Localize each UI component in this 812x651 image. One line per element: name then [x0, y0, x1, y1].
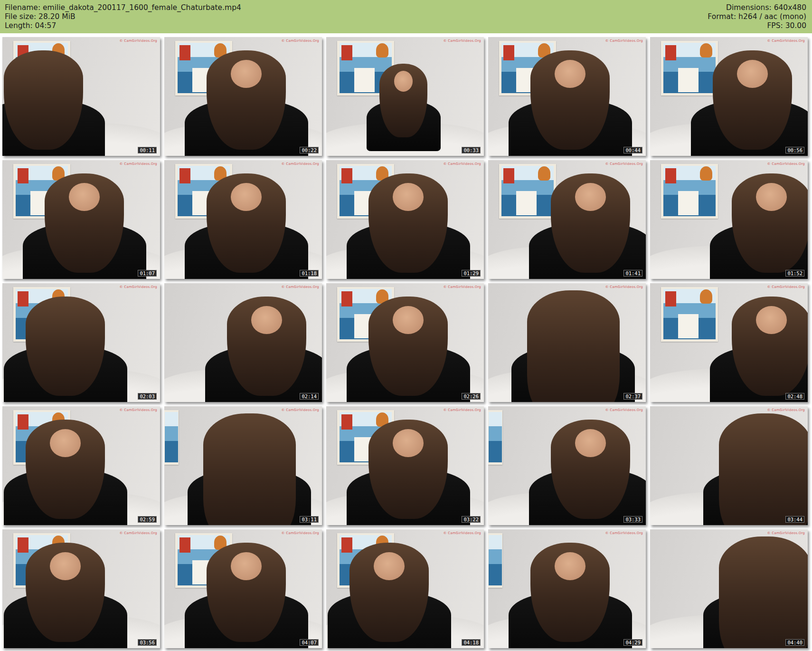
video-thumbnail: © CamGirlVideos.Org 00:11 — [2, 37, 160, 156]
thumbnail-image — [2, 160, 160, 279]
timestamp-badge: 00:22 — [300, 147, 319, 153]
thumbnail-image — [2, 406, 160, 525]
metadata-header: Filename: emilie_dakota_200117_1600_fema… — [0, 0, 812, 33]
video-thumbnail: © CamGirlVideos.Org 04:07 — [164, 529, 322, 648]
watermark-text: © CamGirlVideos.Org — [767, 39, 805, 43]
thumbnail-image — [164, 529, 322, 648]
face-shape — [555, 552, 585, 580]
video-thumbnail: © CamGirlVideos.Org 03:22 — [326, 406, 484, 525]
hair-shape — [26, 297, 105, 396]
face-shape — [394, 71, 413, 92]
thumbnail-image — [2, 529, 160, 648]
watermark-text: © CamGirlVideos.Org — [444, 531, 481, 535]
watermark-text: © CamGirlVideos.Org — [282, 162, 319, 166]
thumbnail-image — [326, 37, 484, 156]
watermark-text: © CamGirlVideos.Org — [120, 162, 157, 166]
watermark-text: © CamGirlVideos.Org — [444, 162, 481, 166]
timestamp-badge: 01:52 — [785, 270, 804, 277]
video-thumbnail: © CamGirlVideos.Org 02:03 — [2, 283, 160, 402]
watermark-text: © CamGirlVideos.Org — [605, 531, 643, 535]
person-silhouette — [212, 293, 322, 402]
face-shape — [575, 429, 606, 457]
watermark-text: © CamGirlVideos.Org — [605, 285, 643, 289]
video-thumbnail: © CamGirlVideos.Org 02:37 — [488, 283, 646, 402]
video-thumbnail: © CamGirlVideos.Org 02:14 — [164, 283, 322, 402]
face-shape — [756, 183, 787, 211]
person-silhouette — [698, 47, 808, 156]
filename-text: Filename: emilie_dakota_200117_1600_fema… — [5, 3, 241, 12]
thumbnail-image — [164, 406, 322, 525]
video-thumbnail: © CamGirlVideos.Org 03:56 — [2, 529, 160, 648]
timestamp-badge: 01:07 — [138, 270, 157, 277]
thumbnail-image — [488, 529, 646, 648]
wall-picture — [488, 533, 502, 588]
video-thumbnail: © CamGirlVideos.Org 04:18 — [326, 529, 484, 648]
file-info-block: Filename: emilie_dakota_200117_1600_fema… — [5, 3, 241, 33]
watermark-text: © CamGirlVideos.Org — [767, 408, 805, 412]
timestamp-badge: 01:41 — [623, 270, 642, 277]
video-thumbnail: © CamGirlVideos.Org 02:48 — [650, 283, 808, 402]
face-shape — [575, 183, 606, 211]
thumbnail-image — [326, 283, 484, 402]
face-shape — [393, 183, 424, 211]
face-shape — [555, 60, 585, 88]
watermark-text: © CamGirlVideos.Org — [767, 531, 805, 535]
dimensions-text: Dimensions: 640x480 — [708, 3, 806, 12]
video-thumbnail: © CamGirlVideos.Org 03:44 — [650, 406, 808, 525]
face-shape — [737, 60, 768, 88]
person-silhouette — [353, 293, 463, 402]
person-silhouette — [334, 539, 444, 648]
watermark-text: © CamGirlVideos.Org — [282, 408, 319, 412]
timestamp-badge: 02:14 — [300, 393, 319, 400]
person-silhouette — [536, 170, 646, 279]
timestamp-badge: 04:07 — [300, 639, 319, 646]
person-silhouette — [194, 416, 304, 525]
thumbnail-grid: © CamGirlVideos.Org 00:11 © CamGirlVideo… — [2, 37, 808, 648]
person-silhouette — [716, 170, 808, 279]
timestamp-badge: 01:29 — [462, 270, 481, 277]
video-thumbnail: © CamGirlVideos.Org 03:33 — [488, 406, 646, 525]
video-thumbnail: © CamGirlVideos.Org 01:18 — [164, 160, 322, 279]
video-thumbnail: © CamGirlVideos.Org 04:29 — [488, 529, 646, 648]
wall-picture — [661, 287, 718, 342]
watermark-text: © CamGirlVideos.Org — [605, 162, 643, 166]
video-thumbnail: © CamGirlVideos.Org 03:11 — [164, 406, 322, 525]
watermark-text: © CamGirlVideos.Org — [282, 531, 319, 535]
watermark-text: © CamGirlVideos.Org — [282, 39, 319, 43]
watermark-text: © CamGirlVideos.Org — [120, 531, 157, 535]
person-silhouette — [191, 539, 301, 648]
timestamp-badge: 02:48 — [785, 393, 804, 400]
wall-picture — [164, 410, 179, 465]
thumbnail-image — [488, 283, 646, 402]
person-silhouette — [2, 47, 99, 156]
watermark-text: © CamGirlVideos.Org — [120, 408, 157, 412]
person-silhouette — [353, 170, 463, 279]
video-thumbnail: © CamGirlVideos.Org 02:59 — [2, 406, 160, 525]
watermark-text: © CamGirlVideos.Org — [282, 285, 319, 289]
timestamp-badge: 02:03 — [138, 393, 157, 400]
video-thumbnail: © CamGirlVideos.Org 01:29 — [326, 160, 484, 279]
timestamp-badge: 00:33 — [462, 147, 481, 153]
thumbnail-image — [650, 283, 808, 402]
thumbnail-image — [326, 529, 484, 648]
timestamp-badge: 03:56 — [138, 639, 157, 646]
person-silhouette — [191, 170, 301, 279]
person-silhouette — [353, 416, 463, 525]
watermark-text: © CamGirlVideos.Org — [444, 39, 481, 43]
face-shape — [69, 183, 100, 211]
video-thumbnail: © CamGirlVideos.Org 00:33 — [326, 37, 484, 156]
timestamp-badge: 04:40 — [785, 639, 804, 646]
person-silhouette — [10, 416, 121, 525]
person-silhouette — [518, 293, 628, 402]
person-silhouette — [710, 416, 808, 525]
video-thumbnail: © CamGirlVideos.Org 01:52 — [650, 160, 808, 279]
thumbnail-image — [164, 37, 322, 156]
timestamp-badge: 00:56 — [785, 147, 804, 153]
thumbnail-image — [650, 529, 808, 648]
thumbnail-image — [650, 37, 808, 156]
thumbnail-image — [488, 406, 646, 525]
thumbnail-image — [488, 160, 646, 279]
timestamp-badge: 02:26 — [462, 393, 481, 400]
timestamp-badge: 02:37 — [623, 393, 642, 400]
thumbnail-image — [164, 283, 322, 402]
